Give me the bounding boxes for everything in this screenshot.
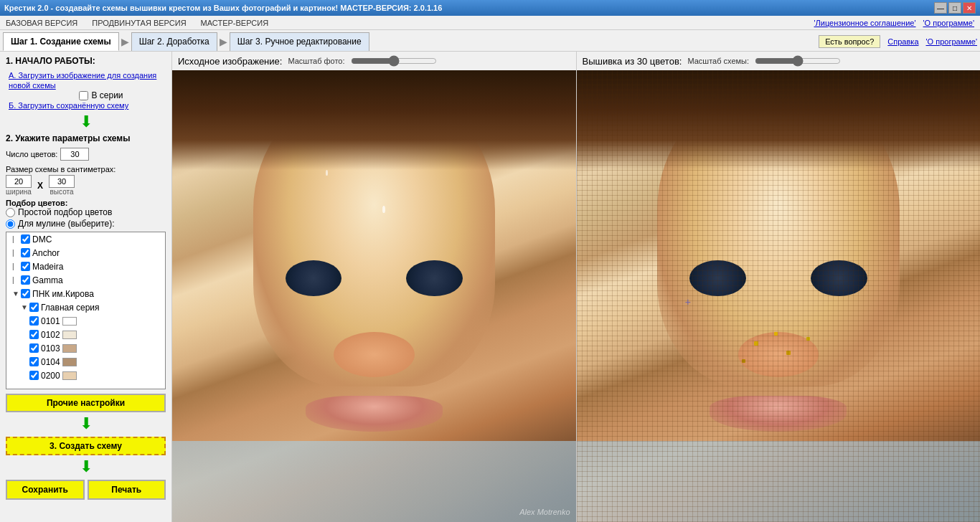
original-panel: Исходное изображение: Масштаб фото: (172, 52, 577, 522)
series-checkbox[interactable] (79, 91, 88, 100)
size-section: Размер схемы в сантиметрах: ширина X выс… (6, 165, 166, 196)
checkbox-madeira[interactable] (21, 262, 30, 271)
original-scale-label: Масштаб фото: (288, 57, 344, 65)
checkbox-pnk[interactable] (21, 289, 30, 298)
size-inputs-row: ширина X высота (6, 175, 166, 196)
section1-title: 1. НАЧАЛО РАБОТЫ: (6, 56, 166, 66)
menu-master-version[interactable]: МАСТЕР-ВЕРСИЯ (201, 19, 269, 27)
swatch-0104 (62, 358, 77, 366)
stitch-image: + (577, 70, 981, 522)
swatch-0200 (62, 371, 77, 380)
label-0200: 0200 (41, 371, 60, 381)
stitch-scale-slider[interactable] (755, 56, 841, 66)
thread-madeira: | Madeira (6, 260, 165, 273)
swatch-0102 (62, 331, 77, 339)
radio-row-2: Для мулине (выберите): (6, 219, 166, 229)
main-container: 1. НАЧАЛО РАБОТЫ: А. Загрузить изображен… (0, 52, 980, 522)
radio-simple-label: Простой подбор цветов (18, 207, 112, 217)
original-header: Исходное изображение: Масштаб фото: (172, 52, 576, 70)
checkbox-0101[interactable] (29, 316, 39, 326)
thread-anchor: | Anchor (6, 246, 165, 260)
close-button[interactable]: ✕ (963, 2, 976, 14)
arrow-down-3: ⬇ (6, 459, 166, 475)
collapse-dmc[interactable]: | (12, 235, 21, 243)
help-button[interactable]: Есть вопрос? (819, 35, 880, 48)
load-image-link[interactable]: А. Загрузить изображение для создания но… (9, 71, 156, 90)
height-input[interactable] (49, 175, 75, 188)
menu-base-version[interactable]: БАЗОВАЯ ВЕРСИЯ (6, 19, 77, 27)
original-scale-slider[interactable] (351, 56, 437, 66)
left-panel: 1. НАЧАЛО РАБОТЫ: А. Загрузить изображен… (0, 52, 172, 522)
tab-arrow-1: ▶ (119, 36, 131, 47)
arrow-down-1: ⬇ (6, 114, 166, 130)
radio-group: Простой подбор цветов Для мулине (выбери… (6, 207, 166, 229)
thread-list[interactable]: | DMC | Anchor | Madeira | Gamma (6, 232, 166, 389)
checkbox-0103[interactable] (29, 343, 39, 353)
license-link[interactable]: 'Лицензионное соглашение' (814, 19, 915, 27)
checkbox-gamma[interactable] (21, 275, 30, 285)
original-image: Alex Motrenko (172, 70, 576, 522)
swatch-0101 (62, 317, 77, 326)
thread-pnk: ▼ ПНК им.Кирова (6, 287, 165, 300)
plus-cursor: + (685, 296, 691, 308)
about-link[interactable]: 'О программе' (923, 19, 975, 27)
colors-input[interactable] (60, 148, 89, 161)
checkbox-0104[interactable] (29, 357, 39, 366)
checkbox-main-series[interactable] (29, 303, 39, 312)
radio-muline-label: Для мулине (выберите): (18, 219, 115, 229)
thread-gamma: | Gamma (6, 273, 165, 287)
other-settings-button[interactable]: Прочие настройки (6, 394, 166, 412)
width-input[interactable] (6, 175, 32, 188)
bottom-buttons: Сохранить Печать (6, 480, 166, 500)
stitch-viewport: + (577, 70, 981, 522)
arrow-down-2: ⬇ (6, 416, 166, 432)
print-button[interactable]: Печать (88, 480, 166, 500)
tab-create-scheme[interactable]: Шаг 1. Создание схемы (3, 32, 119, 51)
radio-muline[interactable] (6, 219, 15, 229)
collapse-gamma[interactable]: | (12, 276, 21, 284)
tab-manual-edit[interactable]: Шаг 3. Ручное редактирование (230, 32, 369, 51)
size-label: Размер схемы в сантиметрах: (6, 165, 166, 174)
checkbox-dmc[interactable] (21, 234, 30, 244)
maximize-button[interactable]: □ (948, 2, 961, 14)
о-программе-link[interactable]: 'О программе' (926, 37, 978, 46)
label-0101: 0101 (41, 316, 60, 326)
label-gamma: Gamma (32, 275, 63, 285)
checkbox-anchor[interactable] (21, 248, 30, 257)
stitch-panel: Вышивка из 30 цветов: Масштаб схемы: (577, 52, 981, 522)
справка-link[interactable]: Справка (887, 37, 918, 46)
collapse-pnk[interactable]: ▼ (12, 290, 21, 298)
thread-dmc: | DMC (6, 232, 165, 246)
label-0103: 0103 (41, 343, 60, 353)
tab-arrow-2: ▶ (217, 36, 230, 47)
minimize-button[interactable]: — (934, 2, 947, 14)
collapse-main-series[interactable]: ▼ (21, 303, 29, 311)
label-0102: 0102 (41, 330, 60, 340)
load-saved-link[interactable]: Б. Загрузить сохранённую схему (9, 101, 128, 110)
collapse-madeira[interactable]: | (12, 262, 21, 270)
tab-refine[interactable]: Шаг 2. Доработка (131, 32, 217, 51)
original-viewport: Alex Motrenko (172, 70, 576, 522)
title-bar-controls: — □ ✕ (934, 2, 976, 14)
swatch-0103 (62, 344, 77, 353)
menu-advanced-version[interactable]: ПРОДВИНУТАЯ ВЕРСИЯ (92, 19, 186, 27)
collapse-anchor[interactable]: | (12, 249, 21, 257)
x-label: X (34, 181, 46, 191)
radio-row-1: Простой подбор цветов (6, 207, 166, 217)
create-scheme-button[interactable]: 3. Создать схему (6, 437, 166, 455)
stitch-title: Вышивка из 30 цветов: (583, 56, 682, 67)
section2-title: 2. Укажите параметры схемы (6, 133, 166, 143)
thread-0104: 0104 (6, 355, 165, 369)
checkbox-0200[interactable] (29, 371, 39, 380)
checkbox-0102[interactable] (29, 330, 39, 339)
label-pnk: ПНК им.Кирова (32, 289, 94, 299)
label-0104: 0104 (41, 357, 60, 367)
radio-simple[interactable] (6, 208, 15, 217)
height-label: высота (50, 188, 74, 196)
thread-0200: 0200 (6, 369, 165, 382)
label-madeira: Madeira (32, 262, 63, 272)
thread-main-series: ▼ Главная серия (6, 300, 165, 314)
save-button[interactable]: Сохранить (6, 480, 85, 500)
stitch-grid-overlay (577, 70, 981, 522)
thread-0102: 0102 (6, 328, 165, 341)
